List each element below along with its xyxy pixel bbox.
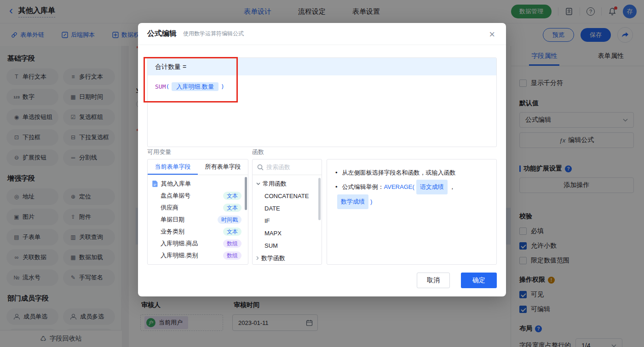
tab-current-form-fields[interactable]: 当前表单字段 xyxy=(148,159,198,175)
variables-scrollbar[interactable] xyxy=(245,177,247,210)
type-badge: 文本 xyxy=(223,204,242,212)
type-badge: 数组 xyxy=(223,239,242,248)
function-group-common[interactable]: 常用函数 xyxy=(253,177,322,190)
function-item[interactable]: MAPX xyxy=(253,227,322,239)
formula-target-row: 合计数量 = xyxy=(148,58,496,75)
example-chip: 语文成绩 xyxy=(416,180,448,194)
variable-tabs: 当前表单字段 所有表单字段 xyxy=(148,159,248,175)
function-search xyxy=(253,159,322,175)
variable-row[interactable]: 供应商文本 xyxy=(148,202,248,214)
tab-all-form-fields[interactable]: 所有表单字段 xyxy=(198,159,248,175)
function-item[interactable]: CONCATENATE xyxy=(253,190,322,202)
function-group-text[interactable]: 文本函数 xyxy=(253,264,322,265)
tip-line-1: • 从左侧面板选择字段名和函数，或输入函数 xyxy=(335,166,488,180)
type-badge: 时间戳 xyxy=(218,216,242,224)
modal-title: 公式编辑 xyxy=(147,29,177,39)
function-item[interactable]: IF xyxy=(253,215,322,227)
type-badge: 文本 xyxy=(223,192,242,200)
variable-row[interactable]: 入库明细.类别数组 xyxy=(148,250,248,262)
variables-label: 可用变量 xyxy=(147,148,171,156)
search-icon xyxy=(257,164,264,171)
equals-sign: = xyxy=(183,63,186,70)
modal-subtitle: 使用数学运算符编辑公式 xyxy=(183,30,244,38)
functions-scrollbar[interactable] xyxy=(318,178,321,220)
form-designer-app: { "colors": { "accent": "#2468f2", "gree… xyxy=(0,0,644,347)
field-chip[interactable]: 入库明细.数量 xyxy=(172,82,218,91)
tips-panel: • 从左侧面板选择字段名和函数，或输入函数 • 公式编辑举例： AVERAGE(… xyxy=(327,159,497,265)
variable-row[interactable]: 业务类别文本 xyxy=(148,226,248,238)
close-icon[interactable]: × xyxy=(487,28,497,41)
variable-tree: 其他入库单 盘点单据号文本 供应商文本 单据日期时间戳 业务类别文本 入库明细.… xyxy=(148,175,248,262)
functions-label: 函数 xyxy=(252,148,264,156)
chevron-down-icon xyxy=(256,182,260,185)
variable-root-row[interactable]: 其他入库单 xyxy=(148,178,248,190)
function-item[interactable]: SUM xyxy=(253,239,322,252)
example-chip: 数学成绩 xyxy=(337,194,368,209)
formula-editor[interactable]: 合计数量 = SUM(入库明细.数量) xyxy=(147,57,497,147)
chevron-right-icon xyxy=(256,256,259,260)
tip-line-2: • 公式编辑举例： AVERAGE( 语文成绩 ， 数学成绩 ) xyxy=(335,180,488,209)
variable-row[interactable]: 入库明细.商品数组 xyxy=(148,238,248,250)
cancel-button[interactable]: 取消 xyxy=(417,273,450,288)
document-icon xyxy=(152,181,158,187)
function-search-input[interactable] xyxy=(266,164,312,171)
formula-editor-modal: 公式编辑 使用数学运算符编辑公式 × 合计数量 = SUM(入库明细.数量) 可… xyxy=(138,23,506,296)
variable-row[interactable]: 单据日期时间戳 xyxy=(148,214,248,226)
function-token: SUM xyxy=(155,83,166,90)
bullet: • xyxy=(335,180,338,194)
confirm-button[interactable]: 确定 xyxy=(461,273,497,288)
variable-row[interactable]: 盘点单据号文本 xyxy=(148,190,248,202)
function-tree: 常用函数 CONCATENATE DATE IF MAPX SUM 数学函数 文… xyxy=(253,175,322,265)
modal-header: 公式编辑 使用数学运算符编辑公式 × xyxy=(138,23,506,45)
type-badge: 数组 xyxy=(223,251,242,260)
function-group-math[interactable]: 数学函数 xyxy=(253,252,322,264)
variables-panel: 当前表单字段 所有表单字段 其他入库单 盘点单据号文本 供应商文本 单据日期时间… xyxy=(147,159,248,265)
bullet: • xyxy=(335,166,338,180)
modal-footer: 取消 确定 xyxy=(417,273,497,288)
type-badge: 文本 xyxy=(223,228,242,236)
formula-expression[interactable]: SUM(入库明细.数量) xyxy=(148,75,496,98)
function-item[interactable]: DATE xyxy=(253,202,322,215)
functions-panel: 常用函数 CONCATENATE DATE IF MAPX SUM 数学函数 文… xyxy=(252,159,322,265)
